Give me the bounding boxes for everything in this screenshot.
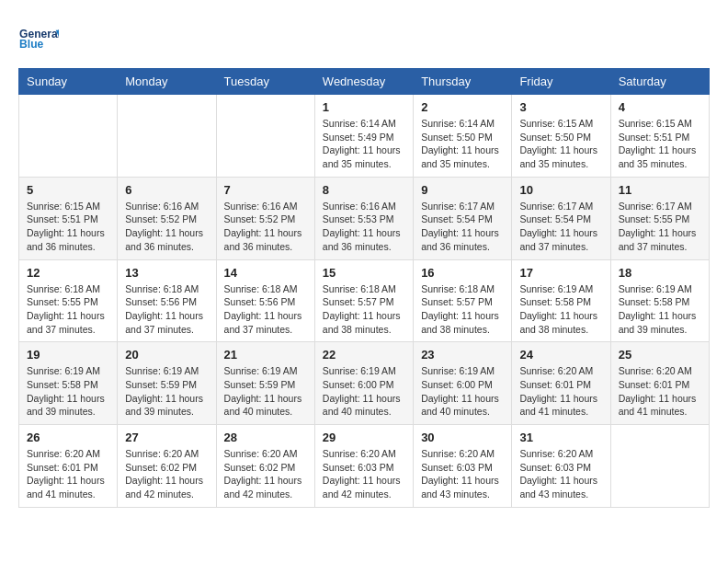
day-number: 15 xyxy=(323,266,405,280)
day-number: 5 xyxy=(27,183,109,197)
calendar-week-row: 1Sunrise: 6:14 AM Sunset: 5:49 PM Daylig… xyxy=(19,95,710,178)
day-info: Sunrise: 6:17 AM Sunset: 5:55 PM Dayligh… xyxy=(619,200,701,254)
calendar-cell: 22Sunrise: 6:19 AM Sunset: 6:00 PM Dayli… xyxy=(314,342,413,425)
day-info: Sunrise: 6:18 AM Sunset: 5:57 PM Dayligh… xyxy=(323,282,405,337)
calendar-week-row: 12Sunrise: 6:18 AM Sunset: 5:55 PM Dayli… xyxy=(19,259,710,342)
day-number: 10 xyxy=(519,183,602,197)
calendar-cell: 11Sunrise: 6:17 AM Sunset: 5:55 PM Dayli… xyxy=(610,177,709,259)
calendar-cell: 31Sunrise: 6:20 AM Sunset: 6:03 PM Dayli… xyxy=(512,425,610,508)
day-number: 31 xyxy=(519,431,602,444)
logo-svg: General Blue xyxy=(18,18,59,59)
weekday-header: Tuesday xyxy=(216,69,314,95)
day-number: 7 xyxy=(224,183,307,197)
calendar-week-row: 26Sunrise: 6:20 AM Sunset: 6:01 PM Dayli… xyxy=(19,425,710,508)
calendar-cell: 19Sunrise: 6:19 AM Sunset: 5:58 PM Dayli… xyxy=(19,342,118,425)
weekday-header: Saturday xyxy=(610,69,709,95)
day-info: Sunrise: 6:17 AM Sunset: 5:54 PM Dayligh… xyxy=(519,200,602,254)
calendar-cell: 5Sunrise: 6:15 AM Sunset: 5:51 PM Daylig… xyxy=(19,177,118,259)
calendar-cell: 14Sunrise: 6:18 AM Sunset: 5:56 PM Dayli… xyxy=(216,259,314,342)
svg-text:Blue: Blue xyxy=(19,38,43,51)
calendar-week-row: 19Sunrise: 6:19 AM Sunset: 5:58 PM Dayli… xyxy=(19,342,710,425)
day-info: Sunrise: 6:19 AM Sunset: 5:59 PM Dayligh… xyxy=(125,364,208,419)
day-info: Sunrise: 6:18 AM Sunset: 5:57 PM Dayligh… xyxy=(421,282,504,337)
day-info: Sunrise: 6:20 AM Sunset: 6:03 PM Dayligh… xyxy=(323,447,405,501)
calendar-cell: 23Sunrise: 6:19 AM Sunset: 6:00 PM Dayli… xyxy=(414,342,512,425)
calendar-cell: 29Sunrise: 6:20 AM Sunset: 6:03 PM Dayli… xyxy=(314,425,413,508)
day-number: 9 xyxy=(421,183,504,197)
calendar-cell: 13Sunrise: 6:18 AM Sunset: 5:56 PM Dayli… xyxy=(118,259,216,342)
day-info: Sunrise: 6:15 AM Sunset: 5:50 PM Dayligh… xyxy=(519,117,602,171)
calendar-cell: 3Sunrise: 6:15 AM Sunset: 5:50 PM Daylig… xyxy=(512,95,610,178)
day-number: 14 xyxy=(224,266,307,280)
page-header: General Blue xyxy=(18,18,710,59)
calendar-cell xyxy=(610,425,709,508)
day-number: 27 xyxy=(125,431,208,444)
calendar-cell: 30Sunrise: 6:20 AM Sunset: 6:03 PM Dayli… xyxy=(414,425,512,508)
day-number: 4 xyxy=(619,100,701,114)
day-number: 6 xyxy=(125,183,208,197)
calendar-cell: 12Sunrise: 6:18 AM Sunset: 5:55 PM Dayli… xyxy=(19,259,118,342)
day-info: Sunrise: 6:20 AM Sunset: 6:01 PM Dayligh… xyxy=(519,364,602,419)
calendar-cell: 9Sunrise: 6:17 AM Sunset: 5:54 PM Daylig… xyxy=(414,177,512,259)
day-number: 28 xyxy=(224,431,307,444)
day-info: Sunrise: 6:18 AM Sunset: 5:56 PM Dayligh… xyxy=(224,282,307,337)
day-info: Sunrise: 6:14 AM Sunset: 5:50 PM Dayligh… xyxy=(421,117,504,171)
calendar-cell: 18Sunrise: 6:19 AM Sunset: 5:58 PM Dayli… xyxy=(610,259,709,342)
calendar-cell: 21Sunrise: 6:19 AM Sunset: 5:59 PM Dayli… xyxy=(216,342,314,425)
day-info: Sunrise: 6:20 AM Sunset: 6:01 PM Dayligh… xyxy=(27,447,109,501)
calendar-cell xyxy=(118,95,216,178)
calendar-cell: 2Sunrise: 6:14 AM Sunset: 5:50 PM Daylig… xyxy=(414,95,512,178)
calendar-cell: 26Sunrise: 6:20 AM Sunset: 6:01 PM Dayli… xyxy=(19,425,118,508)
calendar-cell xyxy=(216,95,314,178)
weekday-header: Thursday xyxy=(414,69,512,95)
calendar-table: SundayMondayTuesdayWednesdayThursdayFrid… xyxy=(18,68,710,508)
calendar-cell xyxy=(19,95,118,178)
day-number: 8 xyxy=(323,183,405,197)
weekday-header: Wednesday xyxy=(314,69,413,95)
day-number: 23 xyxy=(421,348,504,362)
calendar-cell: 25Sunrise: 6:20 AM Sunset: 6:01 PM Dayli… xyxy=(610,342,709,425)
day-info: Sunrise: 6:15 AM Sunset: 5:51 PM Dayligh… xyxy=(619,117,701,171)
calendar-cell: 27Sunrise: 6:20 AM Sunset: 6:02 PM Dayli… xyxy=(118,425,216,508)
calendar-week-row: 5Sunrise: 6:15 AM Sunset: 5:51 PM Daylig… xyxy=(19,177,710,259)
calendar-cell: 10Sunrise: 6:17 AM Sunset: 5:54 PM Dayli… xyxy=(512,177,610,259)
calendar-cell: 7Sunrise: 6:16 AM Sunset: 5:52 PM Daylig… xyxy=(216,177,314,259)
day-number: 21 xyxy=(224,348,307,362)
day-number: 26 xyxy=(27,431,109,444)
day-info: Sunrise: 6:19 AM Sunset: 5:59 PM Dayligh… xyxy=(224,364,307,419)
day-number: 29 xyxy=(323,431,405,444)
day-info: Sunrise: 6:19 AM Sunset: 5:58 PM Dayligh… xyxy=(619,282,701,337)
day-number: 3 xyxy=(519,100,602,114)
day-info: Sunrise: 6:14 AM Sunset: 5:49 PM Dayligh… xyxy=(323,117,405,171)
day-info: Sunrise: 6:20 AM Sunset: 6:01 PM Dayligh… xyxy=(619,364,701,419)
day-number: 30 xyxy=(421,431,504,444)
calendar-header-row: SundayMondayTuesdayWednesdayThursdayFrid… xyxy=(19,69,710,95)
day-number: 18 xyxy=(619,266,701,280)
day-info: Sunrise: 6:19 AM Sunset: 5:58 PM Dayligh… xyxy=(519,282,602,337)
day-info: Sunrise: 6:20 AM Sunset: 6:03 PM Dayligh… xyxy=(519,447,602,501)
day-info: Sunrise: 6:19 AM Sunset: 6:00 PM Dayligh… xyxy=(421,364,504,419)
weekday-header: Monday xyxy=(118,69,216,95)
day-number: 13 xyxy=(125,266,208,280)
day-number: 2 xyxy=(421,100,504,114)
day-number: 1 xyxy=(323,100,405,114)
day-info: Sunrise: 6:20 AM Sunset: 6:02 PM Dayligh… xyxy=(125,447,208,501)
day-info: Sunrise: 6:15 AM Sunset: 5:51 PM Dayligh… xyxy=(27,200,109,254)
day-info: Sunrise: 6:18 AM Sunset: 5:55 PM Dayligh… xyxy=(27,282,109,337)
day-info: Sunrise: 6:20 AM Sunset: 6:02 PM Dayligh… xyxy=(224,447,307,501)
day-info: Sunrise: 6:16 AM Sunset: 5:53 PM Dayligh… xyxy=(323,200,405,254)
calendar-cell: 15Sunrise: 6:18 AM Sunset: 5:57 PM Dayli… xyxy=(314,259,413,342)
calendar-cell: 4Sunrise: 6:15 AM Sunset: 5:51 PM Daylig… xyxy=(610,95,709,178)
weekday-header: Sunday xyxy=(19,69,118,95)
day-info: Sunrise: 6:16 AM Sunset: 5:52 PM Dayligh… xyxy=(125,200,208,254)
weekday-header: Friday xyxy=(512,69,610,95)
calendar-cell: 8Sunrise: 6:16 AM Sunset: 5:53 PM Daylig… xyxy=(314,177,413,259)
day-number: 11 xyxy=(619,183,701,197)
day-number: 12 xyxy=(27,266,109,280)
day-number: 17 xyxy=(519,266,602,280)
day-number: 19 xyxy=(27,348,109,362)
day-info: Sunrise: 6:19 AM Sunset: 5:58 PM Dayligh… xyxy=(27,364,109,419)
day-info: Sunrise: 6:18 AM Sunset: 5:56 PM Dayligh… xyxy=(125,282,208,337)
calendar-cell: 24Sunrise: 6:20 AM Sunset: 6:01 PM Dayli… xyxy=(512,342,610,425)
logo: General Blue xyxy=(18,18,59,59)
